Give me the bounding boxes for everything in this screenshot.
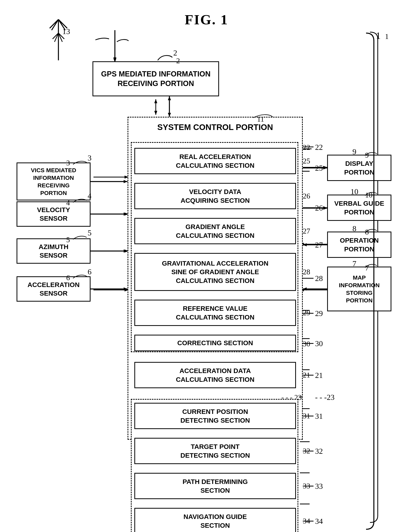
- acceleration-sensor-box: ACCELERATIONSENSOR: [17, 276, 90, 302]
- ref-27: 27: [303, 227, 310, 235]
- gradient-angle-box: GRADIENT ANGLECALCULATING SECTION: [134, 218, 296, 244]
- svg-text:30: 30: [315, 339, 323, 348]
- ref-34: 34: [303, 517, 310, 525]
- svg-line-43: [52, 19, 59, 30]
- ref-26: 26: [303, 192, 310, 200]
- svg-text:27: 27: [315, 240, 323, 249]
- svg-marker-67: [303, 243, 307, 246]
- grav-accel-box: GRAVITATIONAL ACCELERATIONSINE OF GRADIE…: [134, 253, 296, 291]
- ref-2: 2: [176, 57, 180, 65]
- real-accel-box: REAL ACCELERATIONCALCULATING SECTION: [134, 148, 296, 174]
- ref-9: 9: [365, 151, 369, 159]
- svg-marker-50: [113, 57, 117, 61]
- ref-4: 4: [66, 199, 70, 207]
- vics-box: VICS MEDIATEDINFORMATIONRECEIVINGPORTION: [17, 162, 90, 200]
- verbal-guide-box: VERBAL GUIDEPORTION: [327, 195, 391, 221]
- svg-marker-53: [168, 113, 171, 117]
- svg-text:31: 31: [315, 412, 323, 420]
- svg-text:22: 22: [315, 143, 323, 152]
- ref-31: 31: [303, 412, 310, 420]
- ref-1: 1: [385, 32, 389, 41]
- display-box: DISPLAYPORTION: [327, 155, 391, 181]
- svg-marker-21: [323, 166, 327, 169]
- ref-3: 3: [66, 159, 70, 167]
- system-control-label: SYSTEM CONTROL PORTION: [129, 123, 301, 132]
- current-pos-box: CURRENT POSITIONDETECTING SECTION: [134, 403, 296, 429]
- velocity-sensor-box: VELOCITYSENSOR: [17, 201, 90, 227]
- svg-marker-57: [124, 212, 128, 216]
- nav-guide-box: NAVIGATION GUIDESECTION: [134, 508, 296, 532]
- reference-value-box: REFERENCE VALUECALCULATING SECTION: [134, 300, 296, 326]
- ref-29: 29: [303, 308, 310, 317]
- correcting-box: CORRECTING SECTION: [134, 335, 296, 351]
- svg-text:25: 25: [315, 164, 323, 172]
- ref-28: 28: [303, 267, 310, 276]
- ref-8: 8: [365, 228, 369, 236]
- svg-text:13: 13: [62, 27, 70, 36]
- svg-marker-59: [124, 249, 128, 253]
- ref-25: 25: [303, 157, 310, 165]
- svg-line-3: [55, 33, 59, 42]
- svg-text:5: 5: [88, 228, 91, 237]
- svg-text:29: 29: [315, 309, 323, 318]
- velocity-data-box: VELOCITY DATAACQUIRING SECTION: [134, 183, 296, 209]
- svg-line-2: [59, 33, 64, 39]
- ref-10: 10: [365, 191, 373, 199]
- svg-text:- - -23: - - -23: [315, 393, 334, 402]
- svg-text:33: 33: [315, 482, 323, 491]
- svg-marker-69: [303, 287, 307, 291]
- svg-marker-11: [154, 99, 157, 103]
- svg-marker-61: [124, 287, 128, 291]
- svg-text:21: 21: [315, 371, 323, 380]
- azimuth-sensor-box: AZIMUTHSENSOR: [17, 238, 90, 264]
- svg-marker-52: [168, 96, 171, 100]
- svg-text:34: 34: [315, 517, 323, 526]
- svg-line-41: [50, 19, 59, 28]
- svg-text:26: 26: [315, 204, 323, 212]
- svg-marker-65: [323, 206, 327, 209]
- svg-line-42: [59, 19, 67, 28]
- operation-box: OPERATIONPORTION: [327, 232, 391, 258]
- svg-marker-10: [154, 111, 157, 115]
- svg-line-4: [59, 33, 62, 42]
- map-info-box: MAPINFORMATIONSTORINGPORTION: [327, 266, 391, 311]
- ref-22: 22: [303, 143, 310, 152]
- ref-11: 11: [257, 115, 264, 123]
- ref-33: 33: [303, 482, 310, 490]
- svg-text:2: 2: [173, 48, 177, 57]
- accel-data-box: ACCELERATION DATACALCULATING SECTION: [134, 362, 296, 388]
- path-determining-box: PATH DETERMININGSECTION: [134, 473, 296, 499]
- ref-5: 5: [66, 236, 70, 244]
- ref-7: 7: [365, 264, 369, 272]
- diagram: FIG. 1: [0, 0, 413, 532]
- target-point-box: TARGET POINTDETECTING SECTION: [134, 438, 296, 464]
- svg-line-44: [59, 19, 65, 30]
- ref-21: 21: [303, 371, 310, 379]
- svg-text:28: 28: [315, 274, 323, 283]
- svg-marker-23: [323, 207, 327, 209]
- ref-30: 30: [303, 340, 310, 348]
- svg-text:3: 3: [88, 153, 91, 162]
- ref-6: 6: [66, 273, 70, 282]
- svg-marker-63: [323, 166, 327, 170]
- svg-line-1: [53, 33, 59, 39]
- svg-text:1: 1: [376, 30, 381, 41]
- svg-marker-55: [124, 180, 128, 183]
- svg-text:6: 6: [88, 267, 91, 276]
- ref-32: 32: [303, 446, 310, 455]
- figure-title: FIG. 1: [185, 12, 228, 28]
- svg-text:32: 32: [315, 447, 323, 456]
- gps-box: GPS MEDIATED INFORMATIONRECEIVING PORTIO…: [92, 61, 219, 96]
